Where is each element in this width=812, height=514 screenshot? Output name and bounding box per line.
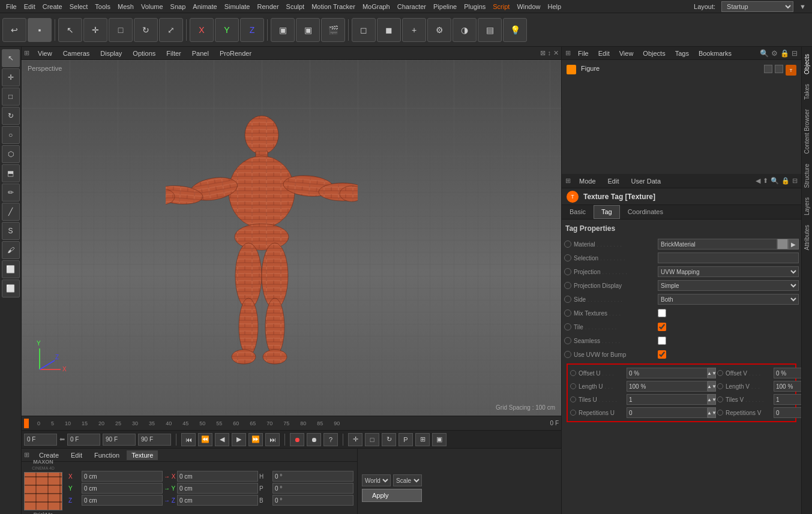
coord-x-input[interactable] <box>82 471 163 482</box>
uv-length-u-input[interactable] <box>627 381 708 392</box>
menu-snap[interactable]: Snap <box>167 3 190 10</box>
attr-lock-icon[interactable]: 🔒 <box>781 177 790 185</box>
prop-proj-display-select[interactable]: Simple <box>658 280 799 291</box>
attr-subtab-tag[interactable]: Tag <box>594 205 620 219</box>
menu-edit[interactable]: Edit <box>20 3 39 10</box>
coord-z-input[interactable] <box>82 495 163 506</box>
x-axis-btn[interactable]: X <box>190 18 214 42</box>
texture-tab-function[interactable]: Function <box>89 450 124 460</box>
sidebar-select[interactable]: ↖ <box>2 49 20 67</box>
add-render-btn[interactable]: + <box>402 18 426 42</box>
texture-tag-icon[interactable]: T <box>786 65 796 76</box>
viewport-maximize-icon[interactable]: ↕ <box>548 49 552 57</box>
uv-tiles-u-input[interactable] <box>627 394 708 405</box>
search-icon[interactable]: 🔍 <box>760 49 769 58</box>
menu-render[interactable]: Render <box>253 3 282 10</box>
lock-icon[interactable]: 🔒 <box>780 49 789 58</box>
uv-offset-u-stepper[interactable]: ▲▼ <box>708 368 716 378</box>
menu-sculpt[interactable]: Sculpt <box>283 3 308 10</box>
scale-select[interactable]: Scale <box>393 474 422 486</box>
scale-tool[interactable]: ⤢ <box>159 18 183 42</box>
frame-end-input[interactable] <box>103 434 136 446</box>
attr-subtab-basic[interactable]: Basic <box>562 205 594 219</box>
keyframe-btn[interactable]: ▣ <box>271 18 295 42</box>
texture-tab-edit[interactable]: Edit <box>66 450 87 460</box>
uv-tiles-u-stepper[interactable]: ▲▼ <box>708 394 716 405</box>
sidebar-pen[interactable]: ✏ <box>2 184 20 202</box>
floor-btn[interactable]: ▤ <box>478 18 502 42</box>
prop-mix-checkbox[interactable] <box>658 309 666 317</box>
space-select[interactable]: World <box>362 474 391 486</box>
edit-tab[interactable]: Edit <box>596 50 612 57</box>
prop-material-btn[interactable]: ▶ <box>788 239 799 250</box>
attr-search-icon[interactable]: 🔍 <box>771 177 779 185</box>
viewport-fullscreen-icon[interactable]: ⊠ <box>540 49 546 57</box>
coord-p-input[interactable] <box>272 483 353 494</box>
prop-seamless-checkbox[interactable] <box>658 336 666 345</box>
prop-uvw-checkbox[interactable] <box>658 350 666 359</box>
go-start-btn[interactable]: ⏮ <box>181 433 196 446</box>
move-key-btn[interactable]: ✛ <box>348 433 362 446</box>
sidebar-magnet[interactable]: S <box>2 222 20 240</box>
attr-back-icon[interactable]: ◀ <box>756 177 760 185</box>
object-vis-2[interactable] <box>775 65 783 73</box>
menu-select[interactable]: Select <box>66 3 92 10</box>
sidebar-line[interactable]: ╱ <box>2 203 20 221</box>
uv-offset-v-input[interactable] <box>774 368 801 378</box>
z-axis-btn[interactable]: Z <box>240 18 264 42</box>
redo-btn[interactable]: ▪ <box>28 18 52 42</box>
vsidebar-structure[interactable]: Structure <box>802 159 811 193</box>
camera-btn[interactable]: 🎬 <box>321 18 345 42</box>
objects-tab[interactable]: Objects <box>640 50 667 57</box>
prop-selection-input[interactable] <box>658 253 799 263</box>
viewport-tab-display[interactable]: Display <box>95 49 127 58</box>
uv-length-u-stepper[interactable]: ▲▼ <box>708 381 716 392</box>
select-tool[interactable]: ↖ <box>58 18 82 42</box>
menu-help[interactable]: Help <box>544 3 565 10</box>
auto-key-btn[interactable]: ⏺ <box>307 433 321 446</box>
help-btn[interactable]: ? <box>323 433 338 446</box>
render-settings-btn[interactable]: ⚙ <box>427 18 451 42</box>
viewport-tab-panel[interactable]: Panel <box>187 49 214 58</box>
coord-b-input[interactable] <box>272 495 353 506</box>
menu-motion-tracker[interactable]: Motion Tracker <box>308 3 359 10</box>
timeline-cursor[interactable] <box>24 419 29 428</box>
sidebar-move[interactable]: ✛ <box>2 68 20 86</box>
layout-dropdown-icon[interactable]: ▼ <box>796 3 810 10</box>
layout-select[interactable]: Startup <box>721 1 793 12</box>
menu-script[interactable]: Script <box>489 3 513 10</box>
sidebar-rotate[interactable]: ↻ <box>2 107 20 125</box>
sidebar-knife[interactable]: ⬜ <box>2 260 20 278</box>
sidebar-paint[interactable]: 🖌 <box>2 241 20 259</box>
viewport-3d[interactable]: Perspective <box>22 60 561 416</box>
play-back-btn[interactable]: ◀ <box>215 433 229 446</box>
prop-material-value[interactable]: BrickMaterial <box>658 239 777 250</box>
figure-object-label[interactable]: Figure <box>581 65 600 72</box>
step-fwd-btn[interactable]: ⏩ <box>248 433 263 446</box>
bookmarks-tab[interactable]: Bookmarks <box>696 50 734 57</box>
play-btn[interactable]: ▶ <box>232 433 246 446</box>
vsidebar-layers[interactable]: Layers <box>802 193 811 220</box>
record-btn[interactable]: ▣ <box>296 18 320 42</box>
uv-length-v-input[interactable] <box>774 381 801 392</box>
menu-pipeline[interactable]: Pipeline <box>430 3 460 10</box>
coord-arrowx-input[interactable] <box>177 471 258 482</box>
uv-rep-u-stepper[interactable]: ▲▼ <box>708 407 716 418</box>
vsidebar-objects[interactable]: Objects <box>802 49 811 79</box>
sidebar-sphere[interactable]: ○ <box>2 126 20 144</box>
frame-step-input[interactable] <box>138 434 171 446</box>
prop-projection-select[interactable]: UVW Mapping <box>658 266 799 277</box>
record-icon[interactable]: ⏺ <box>290 433 304 446</box>
menu-mesh[interactable]: Mesh <box>114 3 137 10</box>
viewport-close-icon[interactable]: ✕ <box>553 49 559 57</box>
sidebar-polygon[interactable]: ⬡ <box>2 145 20 163</box>
menu-simulate[interactable]: Simulate <box>221 3 254 10</box>
vsidebar-content[interactable]: Content Browser <box>802 104 811 158</box>
attr-subtab-coords[interactable]: Coordinates <box>620 205 671 219</box>
tags-tab[interactable]: Tags <box>673 50 691 57</box>
menu-volume[interactable]: Volume <box>137 3 167 10</box>
vsidebar-takes[interactable]: Takes <box>802 79 811 104</box>
prop-material-color[interactable] <box>777 239 788 250</box>
sidebar-bend[interactable]: ⬜ <box>2 279 20 297</box>
coord-arrowy-input[interactable] <box>177 483 258 494</box>
